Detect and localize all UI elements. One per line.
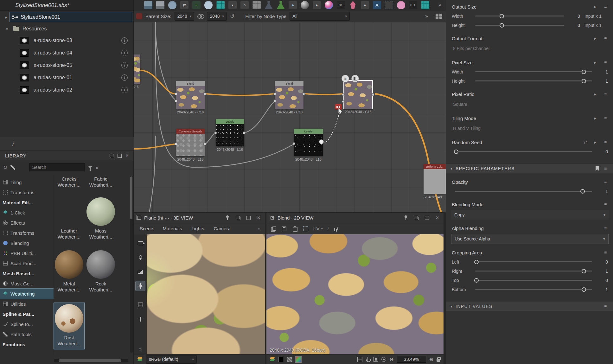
options-icon[interactable]: ≡	[602, 140, 609, 145]
library-category[interactable]: Functions	[0, 339, 54, 349]
anchor-icon[interactable]	[366, 357, 370, 362]
graph-node-levels-1[interactable]: Levels 2048x2048 - L16	[216, 119, 244, 146]
node-input-port[interactable]	[175, 143, 177, 145]
background-color-swatch[interactable]	[296, 357, 301, 362]
grayscale-conversion-icon[interactable]	[301, 1, 309, 9]
reset-size-icon[interactable]: ↺	[230, 13, 234, 20]
slider-track[interactable]	[475, 271, 592, 271]
resource-item[interactable]: a-rudas-stone-05i	[0, 59, 133, 71]
library-category[interactable]: Utilities	[0, 299, 54, 309]
library-category[interactable]: PBR Utiliti...	[0, 248, 54, 258]
normal-icon[interactable]	[325, 1, 333, 9]
levels-icon[interactable]: ▴	[228, 1, 237, 9]
section-header[interactable]: ▾SPECIFIC PARAMETERS≡	[446, 164, 613, 173]
paint-icon[interactable]	[397, 1, 405, 9]
library-item[interactable]: Moss Weatheri...	[86, 197, 116, 240]
parent-size-height-dropdown[interactable]: 2048▾	[207, 12, 227, 21]
drag-connection-endpoint[interactable]	[319, 139, 324, 144]
slider-track[interactable]	[455, 151, 592, 152]
param-dropdown[interactable]: Copy▾	[451, 210, 609, 220]
options-icon[interactable]: ≡	[602, 92, 609, 97]
zoom-out-icon[interactable]: ⊖	[389, 356, 393, 362]
node-output-port[interactable]	[243, 131, 246, 134]
slider-handle[interactable]	[454, 150, 458, 154]
expand-chevron-icon[interactable]: ▸	[3, 15, 10, 20]
search-box[interactable]	[29, 163, 85, 171]
document-tab[interactable]: StylizedStone001.sbs*	[0, 0, 133, 11]
value-icon[interactable]: 01	[337, 1, 345, 9]
slider-handle[interactable]	[582, 79, 586, 83]
render-icon[interactable]	[136, 267, 145, 277]
resource-item[interactable]: a-rudas-stone-03i	[0, 34, 133, 47]
menu-overflow-icon[interactable]: »	[258, 226, 261, 231]
info-icon[interactable]: i	[121, 50, 128, 56]
slider-handle[interactable]	[582, 269, 586, 273]
node-compare-button[interactable]: ≡	[342, 75, 349, 82]
graph-view-mode-icon[interactable]	[436, 14, 443, 19]
node-output-port[interactable]	[372, 93, 374, 96]
node-output-port[interactable]	[203, 93, 206, 95]
options-icon[interactable]: ≡	[602, 304, 609, 309]
options-icon[interactable]: ≡	[602, 166, 609, 171]
blend-icon[interactable]	[168, 1, 176, 9]
options-icon[interactable]: ≡	[602, 250, 609, 255]
scrollbar-thumb[interactable]	[130, 176, 132, 219]
colorspace-dropdown[interactable]: sRGB (default)▾	[146, 355, 197, 364]
slider-handle[interactable]	[474, 260, 479, 264]
graph-node-curvature-smooth[interactable]: Curvature Smooth 2048x2048 - L16	[176, 129, 205, 156]
library-item[interactable]: Rock Weatheri...	[86, 250, 116, 293]
warp-icon[interactable]	[349, 1, 357, 9]
zoom-level-value[interactable]: 33.49%	[397, 356, 426, 363]
strip-overflow-icon[interactable]: »	[139, 347, 142, 352]
library-category[interactable]: Mask Ge...	[0, 278, 54, 289]
info-icon[interactable]: i	[121, 87, 128, 93]
options-icon[interactable]: ≡	[602, 36, 609, 41]
section-header[interactable]: ▾INPUT VALUES≡	[446, 302, 613, 311]
scrollbar-thumb[interactable]	[59, 359, 121, 362]
node-input-port[interactable]	[273, 99, 276, 102]
expose-icon[interactable]: ▸	[592, 4, 598, 9]
filter-icon[interactable]	[88, 166, 93, 169]
parent-size-width-dropdown[interactable]: 2048▾	[175, 12, 195, 21]
slider-handle[interactable]	[582, 287, 586, 292]
slider-track[interactable]	[475, 261, 592, 262]
library-item[interactable]: Fabric Weatheri...	[86, 176, 116, 188]
slider-track[interactable]	[475, 80, 592, 81]
library-item[interactable]: Metal Weatheri...	[54, 250, 84, 293]
maximize-panel-icon[interactable]	[245, 214, 252, 221]
graph-node-blend-1[interactable]: Blend 2048x2048 - C16	[176, 81, 205, 109]
menu-scene[interactable]: Scene	[140, 226, 153, 231]
info-icon[interactable]: i	[121, 62, 128, 68]
transform-2d-icon[interactable]	[385, 1, 393, 9]
toolbar-overflow-icon[interactable]: »	[425, 13, 428, 19]
float-panel-icon[interactable]	[412, 214, 420, 221]
library-category[interactable]: Transforms	[0, 187, 54, 197]
bookmark-icon[interactable]	[596, 166, 599, 171]
library-category[interactable]: Spline & Pat...	[0, 309, 54, 319]
library-category[interactable]: Weathering	[0, 289, 54, 299]
height-icon[interactable]: ▲	[313, 1, 321, 9]
light-icon[interactable]	[136, 253, 145, 262]
options-icon[interactable]: ≡	[602, 179, 609, 184]
bitmap-icon[interactable]	[144, 1, 152, 9]
paste-icon[interactable]	[292, 226, 298, 232]
info-icon[interactable]: i	[327, 226, 329, 232]
node-input-port[interactable]	[175, 93, 177, 95]
lock-zoom-icon[interactable]	[437, 359, 440, 362]
library-category[interactable]: Material Filt...	[0, 197, 54, 208]
menu-camera[interactable]: Camera	[214, 226, 230, 231]
curve-icon[interactable]: ~	[192, 1, 201, 9]
info-icon[interactable]: i	[121, 37, 128, 44]
expose-icon[interactable]: ▸	[592, 60, 598, 65]
expose-icon[interactable]: ▸	[592, 116, 598, 121]
library-item[interactable]: Leather Weatheri...	[54, 197, 84, 240]
edit-icon[interactable]	[10, 165, 15, 170]
tile-sampler-icon[interactable]	[252, 1, 261, 9]
hsl-icon[interactable]: ○	[240, 1, 249, 9]
graph-node-levels-2[interactable]: Levels 2048x2048 - L16	[294, 129, 323, 156]
tiling-preview-icon[interactable]	[357, 357, 362, 362]
texture-set-icon[interactable]	[136, 300, 145, 310]
histogram-icon[interactable]	[333, 226, 340, 232]
slider-track[interactable]	[475, 280, 592, 281]
slider-handle[interactable]	[582, 70, 586, 74]
